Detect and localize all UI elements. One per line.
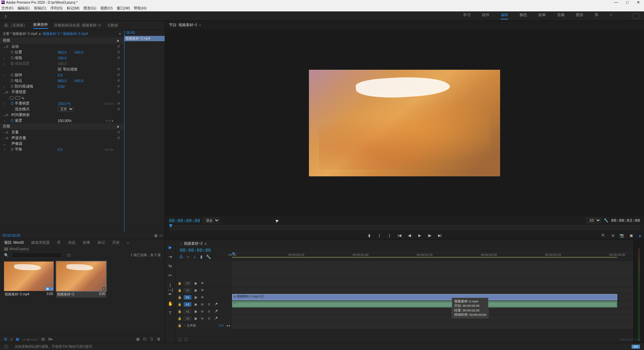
- project-item-selected[interactable]: ≡ 视频素材~23:00: [56, 261, 106, 333]
- add-marker-icon[interactable]: ⫝: [193, 254, 197, 259]
- export-frame-icon[interactable]: 📷: [619, 233, 625, 238]
- menu-edit[interactable]: 编辑(E): [17, 6, 30, 11]
- add-keyframe-icon[interactable]: ◇: [108, 102, 110, 105]
- ec-loop-icon[interactable]: ↪: [159, 234, 162, 237]
- tab-effect-controls[interactable]: 效果控件: [33, 22, 48, 29]
- find-icon[interactable]: ▦: [136, 337, 140, 341]
- tab-audio-mixer[interactable]: 音频剪辑混合器: 视频素材~2: [54, 23, 101, 28]
- panel-menu-icon[interactable]: ≡: [205, 242, 206, 245]
- stopwatch-icon[interactable]: Ö: [11, 56, 14, 60]
- timeline-scroll-handle[interactable]: [184, 338, 188, 341]
- program-viewer[interactable]: [165, 30, 644, 216]
- ec-anchor-x[interactable]: 960.0: [58, 79, 74, 83]
- audio-clip[interactable]: fx: [232, 301, 617, 307]
- rect-mask-icon[interactable]: [15, 96, 20, 100]
- tab-metadata[interactable]: 元数据: [107, 23, 118, 28]
- snap-icon[interactable]: ⁂: [179, 254, 183, 259]
- collapse-icon[interactable]: ▲: [116, 38, 120, 42]
- track-v3[interactable]: [232, 280, 633, 287]
- new-item-icon[interactable]: 🗋: [150, 337, 154, 341]
- resolution-select[interactable]: 1/2: [586, 218, 601, 223]
- reset-icon[interactable]: ↺: [117, 45, 120, 48]
- new-bin-icon[interactable]: 🗀: [143, 337, 147, 341]
- razor-tool-icon[interactable]: ✂: [167, 273, 173, 279]
- play-button[interactable]: ▶: [417, 233, 422, 238]
- step-forward-icon[interactable]: |▶: [427, 233, 432, 238]
- tab-media-browser[interactable]: 媒体浏览器: [31, 240, 50, 245]
- home-button[interactable]: ⌂: [0, 13, 11, 18]
- minimize-button[interactable]: —: [614, 0, 618, 5]
- track-header-a2[interactable]: A2: [184, 309, 191, 313]
- timeline-ruler[interactable]: :00:00 00:00:00:15 00:00:01:00 00:00:01:…: [232, 253, 633, 261]
- pen-mask-icon[interactable]: ✎: [21, 96, 26, 100]
- track-header-v2[interactable]: V2: [184, 288, 191, 292]
- menu-graphics[interactable]: 图形(G): [84, 6, 96, 11]
- ec-volume[interactable]: 音量: [11, 130, 54, 135]
- workspace-libraries[interactable]: 库: [595, 12, 598, 19]
- menu-file[interactable]: 文件(F): [1, 6, 13, 11]
- linked-selection-icon[interactable]: ∩: [186, 254, 190, 259]
- lift-icon[interactable]: ⇱: [600, 233, 606, 238]
- master-track-label[interactable]: 主声道: [187, 324, 196, 328]
- maximize-button[interactable]: □: [626, 0, 629, 5]
- ec-sequence-clip[interactable]: 视频素材~2 * 视频素材~2.mp4: [43, 32, 88, 36]
- ec-play-only-icon[interactable]: ▦: [154, 234, 157, 237]
- mark-in-icon[interactable]: {: [377, 233, 382, 238]
- timeline-settings-icon[interactable]: ▮: [200, 254, 203, 259]
- settings-wrench-icon[interactable]: 🔧: [604, 218, 608, 223]
- timeline-wrench-icon[interactable]: 🔧: [206, 254, 211, 259]
- track-v1[interactable]: fx 视频素材~2.mp4 [V]: [232, 294, 633, 301]
- project-item-thumbnail[interactable]: ≡: [56, 261, 106, 291]
- freeform-view-icon[interactable]: ⊞: [4, 337, 7, 341]
- zoom-slider-icon[interactable]: — o ——: [22, 337, 38, 341]
- ellipse-mask-icon[interactable]: [9, 96, 14, 100]
- ec-balance-val[interactable]: 0.0: [58, 148, 74, 152]
- menu-sequence[interactable]: 序列(S): [50, 6, 63, 11]
- timeline-scroll-left[interactable]: [178, 338, 182, 341]
- video-clip[interactable]: fx 视频素材~2.mp4 [V]: [232, 294, 617, 300]
- marker-icon[interactable]: ▮: [367, 233, 372, 238]
- track-a2[interactable]: [232, 308, 633, 315]
- ec-time-remap[interactable]: 时间重映射: [11, 113, 54, 117]
- comparison-icon[interactable]: ▣: [629, 233, 634, 238]
- extract-icon[interactable]: ⇲: [610, 233, 615, 238]
- go-to-in-icon[interactable]: |◀: [397, 233, 402, 238]
- zoom-select[interactable]: 适合: [203, 218, 220, 223]
- icon-view-icon[interactable]: ▦: [16, 337, 19, 341]
- tab-history[interactable]: 历史: [112, 240, 120, 245]
- menu-help[interactable]: 帮助(H): [134, 6, 146, 11]
- workspace-overflow[interactable]: »: [610, 12, 612, 19]
- ripple-edit-tool-icon[interactable]: ⇆: [167, 264, 173, 270]
- timeline-timecode[interactable]: 00:00:00:00: [180, 247, 211, 253]
- ec-channel-volume[interactable]: 声道音量: [11, 136, 54, 140]
- tab-project[interactable]: 项目: Word3: [4, 240, 24, 245]
- ec-motion[interactable]: 运动: [11, 44, 54, 49]
- track-master[interactable]: [232, 322, 633, 329]
- workspace-editing[interactable]: 编辑: [501, 12, 508, 19]
- pen-tool-icon[interactable]: ✒: [167, 292, 173, 298]
- type-tool-icon[interactable]: T: [167, 310, 173, 316]
- tab-source[interactable]: 源:（无剪辑）: [4, 23, 27, 28]
- ec-position-x[interactable]: 960.0: [58, 50, 74, 54]
- solo-icon[interactable]: S: [207, 303, 211, 306]
- menu-view[interactable]: 视图(V): [100, 6, 113, 11]
- program-scrubber[interactable]: [169, 225, 640, 231]
- prev-keyframe-icon[interactable]: ◁: [105, 102, 107, 105]
- uniform-scale-checkbox[interactable]: ✓: [58, 67, 61, 71]
- tab-effects[interactable]: 效果: [83, 240, 90, 245]
- ec-playhead[interactable]: [124, 30, 124, 232]
- workspace-graphics[interactable]: 图形: [576, 12, 583, 19]
- hand-tool-icon[interactable]: ✋: [167, 301, 173, 307]
- stopwatch-active-icon[interactable]: Ö: [11, 102, 14, 106]
- bin-icon[interactable]: 🗀: [67, 253, 71, 257]
- program-playhead[interactable]: [169, 224, 172, 228]
- ec-opacity-val[interactable]: 100.0 %: [58, 102, 78, 106]
- sequence-title[interactable]: 视频素材~2: [184, 241, 203, 246]
- ec-anchor-y[interactable]: 540.0: [74, 79, 83, 83]
- next-keyframe-icon[interactable]: ▷: [111, 102, 114, 105]
- workspace-audio[interactable]: 音频: [557, 12, 565, 19]
- ec-timecode[interactable]: 00:00:00:00: [3, 234, 20, 237]
- eye-icon[interactable]: 👁: [200, 282, 205, 285]
- mute-icon[interactable]: M: [200, 303, 205, 306]
- tabs-overflow[interactable]: »: [127, 241, 129, 245]
